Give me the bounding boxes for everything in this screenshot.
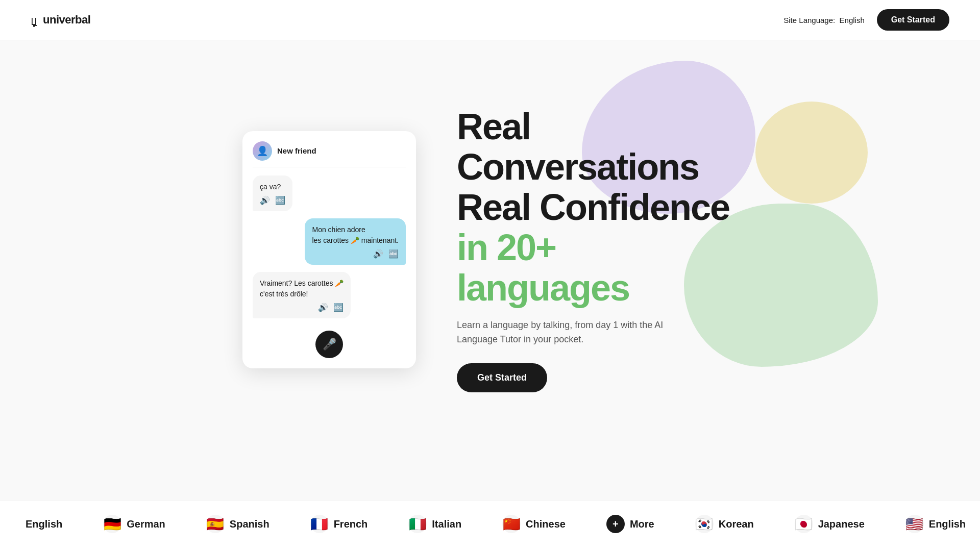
message-actions-1: 🔊 🔤 — [260, 195, 285, 205]
blob-yellow — [755, 102, 868, 204]
hero-title-line2: Real Confidence — [457, 187, 738, 228]
lang-label-chinese: Chinese — [526, 518, 566, 530]
chat-header: 👤 New friend — [253, 141, 406, 167]
logo[interactable]: ⱟ univerbal — [31, 12, 90, 29]
hero-section: 👤 New friend ça va? 🔊 🔤 Mon chien adore … — [0, 40, 980, 459]
avatar: 👤 — [253, 141, 272, 161]
lang-item-english-partial[interactable]: English — [0, 518, 83, 530]
nav-right: Site Language: English Get Started — [783, 9, 949, 31]
flag-de: 🇩🇪 — [103, 515, 121, 533]
speaker-icon-1[interactable]: 🔊 — [260, 195, 270, 205]
lang-label-japanese: Japanese — [818, 518, 865, 530]
flag-jp: 🇯🇵 — [795, 515, 813, 533]
navbar: ⱟ univerbal Site Language: English Get S… — [0, 0, 980, 40]
message-received-3: Vraiment? Les carottes 🥕 c'est très drôl… — [253, 272, 351, 318]
hero-text: Real Conversations Real Confidence in 20… — [457, 107, 738, 393]
lang-item-spanish[interactable]: 🇪🇸 Spanish — [186, 515, 290, 533]
message-sent-2: Mon chien adore les carottes 🥕 maintenan… — [305, 218, 406, 265]
mic-button[interactable]: 🎤 — [315, 331, 343, 358]
flag-us: 🇺🇸 — [905, 515, 924, 533]
flag-fr: 🇫🇷 — [310, 515, 329, 533]
hero-subtitle: Learn a language by talking, from day 1 … — [457, 318, 681, 347]
mic-btn-area: 🎤 — [253, 327, 406, 358]
flag-es: 🇪🇸 — [206, 515, 225, 533]
logo-text: univerbal — [43, 13, 90, 27]
language-ticker: English 🇩🇪 German 🇪🇸 Spanish 🇫🇷 French 🇮… — [0, 500, 980, 551]
get-started-nav-button[interactable]: Get Started — [877, 9, 949, 31]
message-text-2: Mon chien adore les carottes 🥕 maintenan… — [312, 224, 399, 246]
message-received-1: ça va? 🔊 🔤 — [253, 176, 292, 211]
lang-item-more[interactable]: + More — [586, 515, 675, 533]
hero-title-line1: Real Conversations — [457, 107, 738, 187]
get-started-hero-button[interactable]: Get Started — [457, 363, 547, 392]
flag-cn: 🇨🇳 — [502, 515, 521, 533]
message-text-1: ça va? — [260, 182, 285, 192]
lang-label-french: French — [334, 518, 368, 530]
lang-item-english[interactable]: 🇺🇸 English — [885, 515, 980, 533]
translate-icon-2[interactable]: 🔤 — [388, 249, 399, 259]
lang-item-chinese[interactable]: 🇨🇳 Chinese — [482, 515, 586, 533]
lang-item-japanese[interactable]: 🇯🇵 Japanese — [774, 515, 885, 533]
message-text-3: Vraiment? Les carottes 🥕 c'est très drôl… — [260, 278, 344, 299]
translate-icon-3[interactable]: 🔤 — [333, 303, 344, 312]
chat-messages: ça va? 🔊 🔤 Mon chien adore les carottes … — [253, 176, 406, 318]
lang-label-more: More — [630, 518, 654, 530]
lang-item-german[interactable]: 🇩🇪 German — [83, 515, 186, 533]
message-actions-3: 🔊 🔤 — [260, 303, 344, 312]
lang-label-english: English — [929, 518, 966, 530]
chat-card: 👤 New friend ça va? 🔊 🔤 Mon chien adore … — [242, 131, 416, 368]
chat-contact-name: New friend — [277, 146, 316, 155]
message-actions-2: 🔊 🔤 — [312, 249, 399, 259]
speaker-icon-2[interactable]: 🔊 — [373, 249, 383, 259]
ticker-track: English 🇩🇪 German 🇪🇸 Spanish 🇫🇷 French 🇮… — [0, 515, 980, 533]
translate-icon-1[interactable]: 🔤 — [275, 195, 285, 205]
lang-item-french[interactable]: 🇫🇷 French — [290, 515, 388, 533]
speaker-icon-3[interactable]: 🔊 — [318, 303, 328, 312]
lang-item-korean[interactable]: 🇰🇷 Korean — [675, 515, 774, 533]
more-icon: + — [606, 515, 625, 533]
flag-it: 🇮🇹 — [408, 515, 427, 533]
lang-item-italian[interactable]: 🇮🇹 Italian — [388, 515, 482, 533]
hero-title-line3: in 20+ languages — [457, 228, 738, 308]
lang-label-english-partial: English — [26, 518, 62, 530]
lang-label-italian: Italian — [432, 518, 461, 530]
lang-label-german: German — [127, 518, 165, 530]
lang-label-korean: Korean — [719, 518, 754, 530]
site-language-label: Site Language: English — [783, 16, 864, 24]
logo-icon: ⱟ — [31, 12, 38, 29]
flag-kr: 🇰🇷 — [695, 515, 714, 533]
lang-label-spanish: Spanish — [230, 518, 270, 530]
